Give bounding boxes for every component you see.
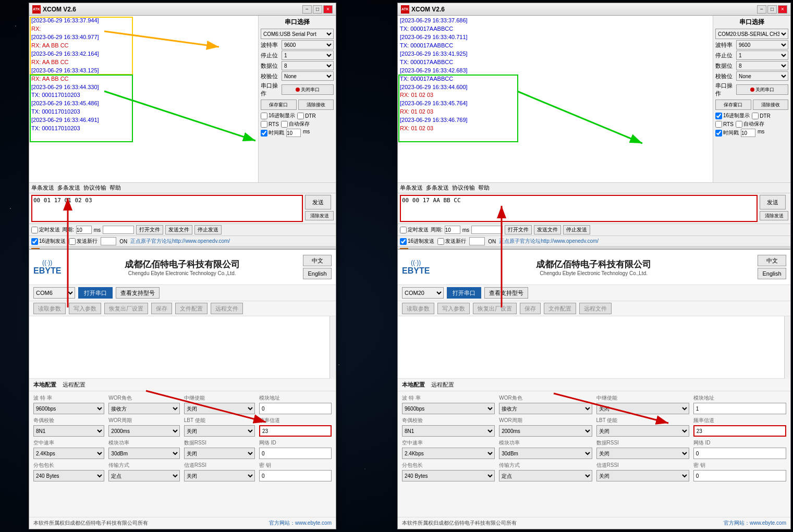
left-baud-select[interactable]: 9600 xyxy=(282,40,334,50)
right-file-config-btn[interactable]: 文件配置 xyxy=(544,303,576,314)
right-close-port-btn[interactable]: 关闭串口 xyxy=(736,84,788,95)
left-tab-remote[interactable]: 远程配置 xyxy=(63,381,86,389)
right-rssi-data-select[interactable]: 关闭 xyxy=(596,448,689,459)
right-channel-input[interactable] xyxy=(693,425,786,437)
left-data-select[interactable]: 8 xyxy=(282,61,334,70)
right-menu-help[interactable]: 帮助 xyxy=(478,184,490,192)
right-forum-link[interactable]: 正点原子官方论坛http://www.openedv.com/ xyxy=(499,238,599,245)
right-send-file-btn[interactable]: 发送文件 xyxy=(534,225,561,234)
right-website-link[interactable]: 官方网站：www.ebyte.com xyxy=(724,519,786,527)
right-write-param-btn[interactable]: 写入参数 xyxy=(437,303,470,314)
minimize-btn[interactable]: − xyxy=(302,5,312,14)
left-remote-file-btn[interactable]: 远程文件 xyxy=(211,303,243,314)
left-period-input[interactable] xyxy=(76,226,92,234)
left-menu-protocol[interactable]: 协议传输 xyxy=(83,184,106,192)
left-rssi-select[interactable]: 关闭 xyxy=(184,470,255,481)
left-dtr-check[interactable]: DTR xyxy=(297,112,316,119)
left-parity-select[interactable]: 8N1 xyxy=(33,425,104,437)
right-wor-select[interactable]: 接收方 xyxy=(499,403,592,414)
left-factory-reset-btn[interactable]: 恢复出厂设置 xyxy=(104,303,148,314)
right-menu-multi[interactable]: 多条发送 xyxy=(426,184,449,192)
left-tab-local[interactable]: 本地配置 xyxy=(33,381,56,389)
left-air-select[interactable]: 2.4Kbps xyxy=(33,448,104,459)
left-power-select[interactable]: 30dBm xyxy=(108,448,179,459)
right-lang-en-btn[interactable]: English xyxy=(758,268,786,279)
left-stop-select[interactable]: 1 xyxy=(282,51,334,60)
left-save-btn[interactable]: 保存 xyxy=(151,303,172,314)
left-on-input[interactable] xyxy=(101,237,116,245)
right-log-scrollbar[interactable] xyxy=(784,316,790,379)
maximize-btn[interactable]: □ xyxy=(313,5,322,14)
right-save-btn[interactable]: 保存 xyxy=(520,303,541,314)
right-addr-input[interactable] xyxy=(693,403,786,414)
left-port-select[interactable]: COM6:USB Serial Port xyxy=(261,29,334,39)
close-btn[interactable]: × xyxy=(323,5,333,14)
right-minimize-btn[interactable]: − xyxy=(757,5,766,14)
left-write-param-btn[interactable]: 写入参数 xyxy=(69,303,101,314)
right-check-select[interactable]: None xyxy=(736,71,788,81)
left-send-btn[interactable]: 发送 xyxy=(305,195,331,209)
left-forum-link[interactable]: 正点原子官方论坛http://www.openedv.com/ xyxy=(130,238,230,245)
left-clear-send-btn[interactable]: 清除发送 xyxy=(305,211,334,220)
right-tab-local[interactable]: 本地配置 xyxy=(402,381,425,389)
right-trans-select[interactable]: 定点 xyxy=(499,470,592,481)
right-check-model-btn[interactable]: 查看支持型号 xyxy=(484,287,528,299)
left-menu-single[interactable]: 单条发送 xyxy=(31,184,54,192)
right-send-input[interactable]: 00 00 17 AA BB CC xyxy=(400,195,758,222)
right-baud-config-select[interactable]: 9600bps xyxy=(402,403,495,414)
right-relay-select[interactable]: 关闭 xyxy=(596,403,689,414)
left-file-config-btn[interactable]: 文件配置 xyxy=(175,303,208,314)
right-menu-protocol[interactable]: 协议传输 xyxy=(452,184,475,192)
left-wor-period-select[interactable]: 2000ms xyxy=(108,425,179,437)
right-period-input[interactable] xyxy=(445,226,460,234)
left-timestamp-value[interactable] xyxy=(286,129,301,137)
right-dtr-check[interactable]: DTR xyxy=(752,112,771,119)
left-net-id-input[interactable] xyxy=(259,448,332,459)
right-stop-select[interactable]: 1 xyxy=(736,51,788,60)
right-send-btn[interactable]: 发送 xyxy=(760,195,786,209)
right-key-input[interactable] xyxy=(693,470,786,481)
left-lbt-select[interactable]: 关闭 xyxy=(184,425,255,437)
left-packet-select[interactable]: 240 Bytes xyxy=(33,470,104,481)
right-save-window-btn[interactable]: 保存窗口 xyxy=(715,100,751,110)
left-open-file-btn[interactable]: 打开文件 xyxy=(136,225,163,234)
right-clear-send-btn[interactable]: 清除发送 xyxy=(760,211,788,220)
right-lang-cn-btn[interactable]: 中文 xyxy=(758,255,786,266)
right-hex-send[interactable]: 16进制发送 xyxy=(400,238,434,245)
left-ebyte-port-select[interactable]: COM6 xyxy=(33,287,75,299)
left-save-window-btn[interactable]: 保存窗口 xyxy=(261,100,297,110)
right-stop-send-btn[interactable]: 停止发送 xyxy=(563,225,590,234)
left-relay-select[interactable]: 关闭 xyxy=(184,403,255,414)
right-lbt-select[interactable]: 关闭 xyxy=(596,425,689,437)
left-check-model-btn[interactable]: 查看支持型号 xyxy=(116,287,160,299)
right-remote-file-btn[interactable]: 远程文件 xyxy=(579,303,612,314)
right-data-select[interactable]: 8 xyxy=(736,61,788,70)
left-hex-display-check[interactable]: 16进制显示 xyxy=(261,112,295,119)
left-addr-input[interactable] xyxy=(259,403,332,414)
right-net-id-input[interactable] xyxy=(693,448,786,459)
right-on-input[interactable] xyxy=(469,237,485,245)
left-key-input[interactable] xyxy=(259,470,332,481)
left-channel-input[interactable] xyxy=(259,425,332,437)
right-newline-send[interactable]: 发送新行 xyxy=(437,238,466,245)
left-newline-send[interactable]: 发送新行 xyxy=(69,238,97,245)
left-wor-select[interactable]: 接收方 xyxy=(108,403,179,414)
right-timestamp-value[interactable] xyxy=(741,129,755,137)
right-timestamp-check[interactable]: 时间戳 xyxy=(715,129,739,137)
left-website-link[interactable]: 官方网站：www.ebyte.com xyxy=(269,519,332,527)
left-stop-send-btn[interactable]: 停止发送 xyxy=(194,225,222,234)
left-baud-config-select[interactable]: 9600bps xyxy=(33,403,104,414)
right-auto-save-check[interactable]: 自动保存 xyxy=(736,120,764,128)
left-get-param-btn[interactable]: 读取参数 xyxy=(33,303,66,314)
left-auto-save-check[interactable]: 自动保存 xyxy=(281,120,310,128)
left-clear-recv-btn[interactable]: 清除接收 xyxy=(298,100,334,110)
left-menu-help[interactable]: 帮助 xyxy=(109,184,121,192)
right-timed-content[interactable] xyxy=(471,226,503,234)
right-maximize-btn[interactable]: □ xyxy=(767,5,777,14)
right-factory-reset-btn[interactable]: 恢复出厂设置 xyxy=(473,303,517,314)
left-send-file-btn[interactable]: 发送文件 xyxy=(165,225,192,234)
right-ebyte-port-select[interactable]: COM20 xyxy=(402,287,444,299)
right-air-select[interactable]: 2.4Kbps xyxy=(402,448,495,459)
left-trans-select[interactable]: 定点 xyxy=(108,470,179,481)
left-rts-check[interactable]: RTS xyxy=(261,120,279,128)
